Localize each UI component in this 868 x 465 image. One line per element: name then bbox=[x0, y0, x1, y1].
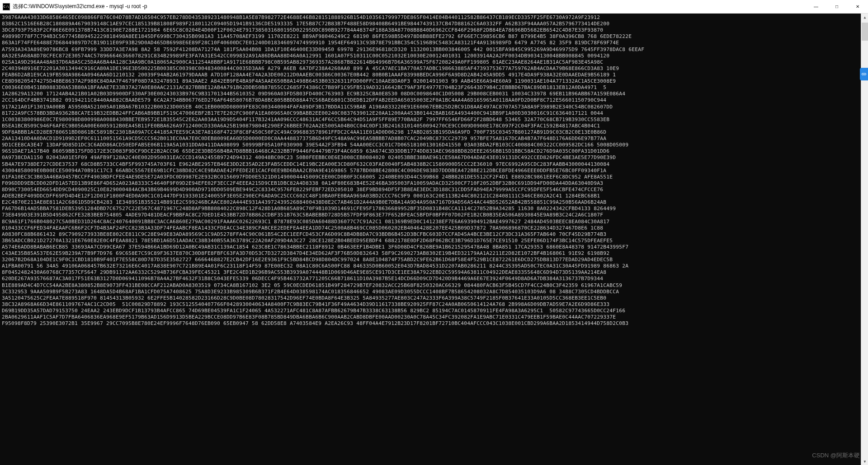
hex-output-line: 8A32E5A68A8D78CFEC872E30574AC57896664636… bbox=[2, 53, 866, 59]
hex-output-line: A0830FC88B6861432 89C7909273933BE8E802CE… bbox=[2, 231, 866, 238]
hex-output-line: ADEB2BEF409DDCDFF69FD4D4E12F12D01F1800F4… bbox=[2, 193, 866, 199]
hex-output-line: C43AE35B85A537E62E59B239A77B9F7D976 69C6… bbox=[2, 250, 866, 257]
titlebar-left: C:\ 选择C:\WINDOWS\system32\cmd.exe - mysq… bbox=[0, 3, 147, 10]
scrollbar-thumb[interactable] bbox=[862, 23, 868, 41]
hex-output-line: 38C32A8968A66D34E8611097674AC1C2CD05 51C… bbox=[2, 301, 866, 308]
hex-output-line: 32067B2D68A104DE1C9F0C1CBD1810B9F401F7E5… bbox=[2, 257, 866, 263]
hex-output-line: 8C9A61F1766B048027C5A0BED31D264C8AC24076… bbox=[2, 219, 866, 225]
hex-output-line: 010433CCF6FED34FAEAAFC6B6F2CF7D4B3AF24FC… bbox=[2, 225, 866, 231]
hex-output-line: 8D90C730054ED6654DD9CD4090025C10E8290004… bbox=[2, 187, 866, 193]
hex-output-line: 917A21A01F13019A00BB A5950BA521005A01BBA… bbox=[2, 104, 866, 110]
hex-output-line: CE8D98205474275D48BE8637A2F988C84DAA7F46… bbox=[2, 78, 866, 85]
titlebar-controls: — □ ✕ bbox=[806, 0, 868, 13]
hex-output-line: A574E6ADD8BABAB6ECB85 33693AA7CD99CEA67 … bbox=[2, 244, 866, 250]
hex-output-line: 1C00383800986E0C7E980098D800998A0088430B… bbox=[2, 117, 866, 123]
hex-output-line: 3DC8793F7583F2CF86E6E091378B7413C8190E72… bbox=[2, 27, 866, 33]
hex-output-line: 39876AAA43033D68586465EC098866F876C04D78… bbox=[2, 14, 866, 21]
terminal-output[interactable]: 39876AAA43033D68586465EC098866F876C04D78… bbox=[0, 14, 868, 465]
hex-output-line: 2C403948916E72201A3013494C916CA80A1DE196… bbox=[2, 66, 866, 72]
hex-output-line: B1E889AD4C4D7CC54AA2BE8A380852B8E9073FF4… bbox=[2, 282, 866, 289]
hex-output-line: 0A9738CDA1150 02043A01E5F09 49AFB9F128A2… bbox=[2, 155, 866, 161]
hex-output-line: 83862C1516E6B28C180889A4679039148C1AE97C… bbox=[2, 21, 866, 27]
hex-output-line: FEAB6D2AB1E9CA19FB598A9864A0946AA6D12101… bbox=[2, 72, 866, 78]
window-title: 选择C:\WINDOWS\system32\cmd.exe - mysql -u… bbox=[13, 3, 147, 10]
hex-output-line: 3C332953 9AAA509B9F5B273A83 1648DA5D4B68… bbox=[2, 289, 866, 295]
hex-output-line: 9DF8ABBB1ACD28EB780651BD0861BC5891BC2301… bbox=[2, 129, 866, 136]
hex-output-line: 43004858009E0B00ECE50094A70B91C17C3 66AB… bbox=[2, 168, 866, 174]
hex-output-line: 8F0452482430A60768C77357CF5647 29DB91172… bbox=[2, 269, 866, 276]
maximize-button[interactable]: □ bbox=[826, 0, 847, 13]
hex-output-line: B5EA1BCB509C946F6AFEC9B056A00E6005912B0E… bbox=[2, 123, 866, 129]
cmd-icon: C:\ bbox=[3, 3, 10, 10]
side-panel-tab[interactable] bbox=[860, 68, 868, 80]
hex-output-line: 2CC164DCF4BB3741B82 09194211C8440AA882CB… bbox=[2, 97, 866, 103]
hex-output-line: 73E8499D3E391B5D495862CFE32B3BEB754805 4… bbox=[2, 212, 866, 218]
hex-output-line: E2C4870E213AE8E811A2C6861D5D9CB4283 1E34… bbox=[2, 199, 866, 206]
scrollbar-down-arrow[interactable]: ▼ bbox=[861, 458, 868, 465]
minimize-button[interactable]: — bbox=[806, 0, 826, 13]
hex-output-line: C00366E0B451BB0883D0A53B80A1BFAAAE7E33B3… bbox=[2, 85, 866, 91]
hex-output-line: A7593A343A89E90786BC8 69FB7999 33DD7A3E7… bbox=[2, 47, 866, 53]
hex-output-line: 025A1A9D296AA48A037D6A8A5C25DAA6BA4A128C… bbox=[2, 59, 866, 66]
link-icon bbox=[861, 71, 867, 77]
scrollbar-up-arrow[interactable]: ▲ bbox=[861, 14, 868, 21]
hex-output-line: F95098F8D79 25390E3072B1 35E9967 29CC709… bbox=[2, 320, 866, 327]
hex-output-line: 2AA13410D4A0DACD1D9109D2EF0C61110051561A… bbox=[2, 136, 866, 142]
window-titlebar: C:\ 选择C:\WINDOWS\system32\cmd.exe - mysq… bbox=[0, 0, 868, 14]
hex-output-line: FA67D6B14AD5BBA7581DEB53951284DBD7C67527… bbox=[2, 206, 866, 212]
hex-output-line: 3A5120475625C2FEAA7E889518F970 81454313B… bbox=[2, 295, 866, 301]
hex-output-line: 49899D778F7C794B3C567745B89452229818498A… bbox=[2, 33, 866, 40]
watermark-text: CSDN @阿斯本硬 bbox=[812, 451, 860, 460]
hex-output-line: 863A1F74FFE6488E7D68449897D7CB19D11E09F9… bbox=[2, 40, 866, 46]
hex-output-line: 2BA0629611AAF1C5AF7D7FBA6406836EA968E9EF… bbox=[2, 314, 866, 320]
hex-output-line: 5B4A7E9738DE727CDDE37537 68CD8B5733CC4BF… bbox=[2, 161, 866, 168]
hex-output-line: 9D1CEE8CA3E47 13DAF9D85D1DC3C6ADD86ACD50… bbox=[2, 142, 866, 148]
hex-output-line: 3B65ADCCB021D27270A1321E6760E82E0C4FEAA8… bbox=[2, 238, 866, 244]
hex-output-line: 9651DAE71A17B40 86059BB175FDD172E3CD083F… bbox=[2, 148, 866, 155]
hex-output-line: D69B19DD35A57DAD79153750 24EAA2 243EBD9D… bbox=[2, 308, 866, 314]
hex-output-line: 1A28629A13200 17124AB4A21B01A02B03D9900D… bbox=[2, 91, 866, 97]
scrollbar-vertical[interactable]: ▲ ▼ bbox=[861, 14, 868, 465]
hex-output-line: 01FA10EC3C3B03A46BA9457BCCFF4903BDFCFEE4… bbox=[2, 174, 866, 180]
hex-output-line: 81722A9FC578BD3BDA9362B8CA7E19B32EDBB24F… bbox=[2, 110, 866, 117]
hex-output-line: F096DDD9EBCDD02DFD1A57ED13B9E86F4D652A02… bbox=[2, 180, 866, 187]
hex-output-line: 620DE267A93576687AC3A017F51E63B3127D0D06… bbox=[2, 276, 866, 282]
close-button[interactable]: ✕ bbox=[847, 0, 868, 13]
hex-output-line: A1FBA00791 56 34A5 49106A068457B632E7321… bbox=[2, 263, 866, 269]
